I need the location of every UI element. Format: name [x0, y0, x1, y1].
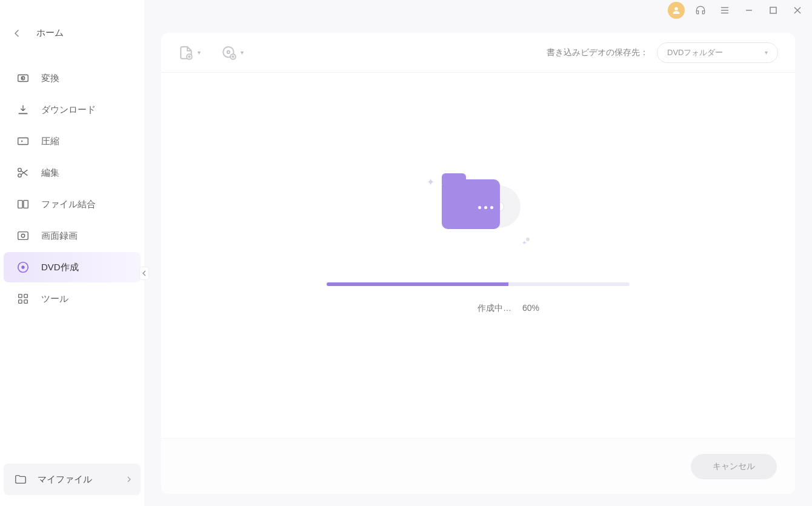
- tools-icon: [16, 291, 30, 306]
- dot-icon: [526, 238, 530, 241]
- screen-record-icon: [16, 228, 30, 243]
- merge-icon: [16, 197, 30, 211]
- menu-button[interactable]: [716, 2, 733, 19]
- sidebar-item-compress[interactable]: 圧縮: [4, 126, 141, 156]
- add-file-button[interactable]: ▾: [178, 45, 201, 61]
- chevron-right-icon: [127, 476, 131, 482]
- nav-label: ツール: [41, 293, 68, 305]
- chevron-left-icon: [142, 270, 146, 276]
- svg-point-4: [18, 174, 22, 178]
- main-area: ▾ ▾ 書き込みビデオの保存先： DVDフォルダー ▾ ✦: [144, 0, 812, 506]
- nav-label: DVD作成: [41, 262, 79, 273]
- progress-percent: 60%: [522, 303, 539, 314]
- hamburger-icon: [719, 5, 730, 16]
- close-icon: [793, 6, 802, 15]
- nav-label: 圧縮: [41, 136, 59, 147]
- titlebar: [144, 0, 812, 21]
- maximize-button[interactable]: [765, 2, 782, 19]
- svg-rect-16: [770, 7, 776, 13]
- disc-plus-icon: [221, 45, 237, 61]
- sidebar-item-tools[interactable]: ツール: [4, 284, 141, 314]
- toolbar: ▾ ▾ 書き込みビデオの保存先： DVDフォルダー ▾: [161, 33, 795, 73]
- file-plus-icon: [178, 45, 194, 61]
- maximize-icon: [769, 6, 777, 15]
- sidebar-item-download[interactable]: ダウンロード: [4, 95, 141, 125]
- sidebar-collapse-handle[interactable]: [139, 267, 149, 280]
- sidebar: ホーム 変換 ダウンロード 圧縮 編集: [0, 0, 144, 506]
- sparkle-icon: ✦: [427, 176, 434, 188]
- minimize-icon: [745, 6, 753, 15]
- svg-point-8: [21, 234, 25, 238]
- svg-point-15: [674, 7, 677, 10]
- svg-rect-5: [18, 201, 22, 208]
- nav-label: 変換: [41, 73, 59, 84]
- toolbar-left: ▾ ▾: [178, 45, 244, 61]
- home-label: ホーム: [36, 27, 64, 39]
- svg-rect-7: [18, 232, 28, 240]
- save-to-select[interactable]: DVDフォルダー ▾: [657, 42, 778, 63]
- scissors-icon: [16, 165, 30, 180]
- dvd-icon: [16, 260, 30, 275]
- svg-point-19: [227, 50, 230, 53]
- sidebar-item-dvd[interactable]: DVD作成: [4, 252, 141, 282]
- progress-status: 作成中…: [478, 303, 511, 314]
- footer-bar: キャンセル: [161, 438, 795, 494]
- sidebar-home[interactable]: ホーム: [0, 21, 144, 45]
- svg-rect-11: [19, 295, 22, 298]
- select-value: DVDフォルダー: [667, 47, 765, 58]
- compress-icon: [16, 134, 30, 148]
- sidebar-item-merge[interactable]: ファイル結合: [4, 189, 141, 219]
- support-button[interactable]: [692, 2, 709, 19]
- progress-text: 作成中… 60%: [327, 303, 630, 314]
- convert-icon: [16, 71, 30, 85]
- sidebar-item-screen-record[interactable]: 画面録画: [4, 221, 141, 251]
- folder-icon: [13, 472, 28, 487]
- svg-point-10: [22, 266, 24, 268]
- headset-icon: [694, 4, 707, 16]
- progress-fill: [327, 282, 508, 286]
- sidebar-item-edit[interactable]: 編集: [4, 158, 141, 188]
- add-disc-button[interactable]: ▾: [221, 45, 244, 61]
- content-card: ▾ ▾ 書き込みビデオの保存先： DVDフォルダー ▾ ✦: [161, 33, 795, 494]
- svg-point-3: [18, 168, 22, 172]
- progress-bar: [327, 282, 630, 286]
- my-files-label: マイファイル: [38, 474, 127, 485]
- nav-label: ファイル結合: [41, 199, 96, 210]
- progress-area: ✦ ✦ 作成中… 60%: [161, 73, 795, 438]
- sidebar-nav: ホーム 変換 ダウンロード 圧縮 編集: [0, 0, 144, 453]
- chevron-down-icon: ▾: [198, 49, 201, 56]
- user-icon: [671, 5, 681, 15]
- svg-rect-6: [24, 201, 28, 208]
- chevron-left-icon: [12, 28, 22, 38]
- my-files-button[interactable]: マイファイル: [4, 464, 141, 495]
- close-button[interactable]: [789, 2, 806, 19]
- nav-label: 編集: [41, 167, 59, 179]
- progress-illustration: ✦ ✦: [424, 173, 533, 246]
- toolbar-right: 書き込みビデオの保存先： DVDフォルダー ▾: [547, 42, 778, 63]
- chevron-down-icon: ▾: [241, 49, 244, 56]
- nav-label: ダウンロード: [41, 104, 96, 116]
- sidebar-footer: マイファイル: [0, 453, 144, 506]
- minimize-button[interactable]: [740, 2, 757, 19]
- svg-rect-12: [24, 295, 28, 298]
- nav-label: 画面録画: [41, 230, 78, 242]
- download-icon: [16, 102, 30, 117]
- svg-rect-14: [24, 300, 28, 304]
- svg-rect-13: [19, 300, 22, 304]
- user-avatar-button[interactable]: [668, 2, 685, 19]
- sidebar-item-convert[interactable]: 変換: [4, 63, 141, 93]
- folder-shape: [442, 179, 500, 229]
- chevron-down-icon: ▾: [765, 49, 768, 56]
- save-to-label: 書き込みビデオの保存先：: [547, 47, 648, 58]
- cancel-button[interactable]: キャンセル: [691, 454, 777, 479]
